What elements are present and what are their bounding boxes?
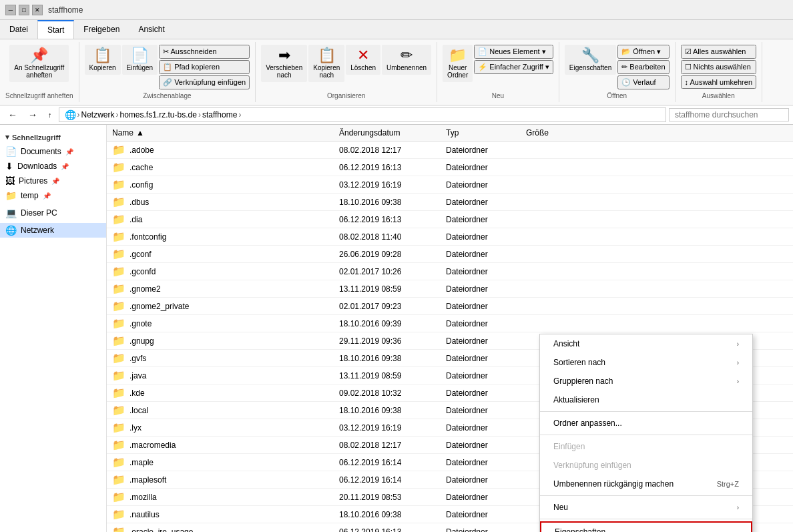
edit-button[interactable]: ✏ Bearbeiten — [617, 60, 669, 74]
file-row[interactable]: 📁 .gconfd 02.01.2017 10:26 Dateiordner — [107, 263, 793, 280]
file-type: Dateiordner — [441, 404, 521, 417]
file-name: .nautilus — [129, 510, 160, 519]
new-item-button[interactable]: 📄 Neues Element ▾ — [474, 45, 553, 59]
folder-icon: 📁 — [112, 491, 125, 503]
tab-freigeben[interactable]: Freigeben — [74, 20, 129, 39]
back-button[interactable]: ← — [4, 107, 21, 122]
file-row[interactable]: 📁 .gnome2 13.11.2019 08:59 Dateiordner — [107, 280, 793, 298]
move-to-button[interactable]: ➡ Verschiebennach — [261, 45, 307, 82]
col-header-type[interactable]: Typ — [441, 126, 521, 140]
sidebar-item-pictures[interactable]: 🖼 Pictures 📌 — [0, 174, 106, 188]
context-menu-item[interactable]: Umbenennen rückgängig machen Strg+Z — [540, 475, 752, 493]
invert-selection-button[interactable]: ↕ Auswahl umkehren — [681, 75, 757, 89]
file-row[interactable]: 📁 .config 03.12.2019 16:19 Dateiordner — [107, 176, 793, 194]
breadcrumb-network[interactable]: 🌐 — [65, 109, 76, 120]
file-row[interactable]: 📁 .gconf 26.06.2019 09:28 Dateiordner — [107, 246, 793, 263]
sidebar-item-dieser-pc[interactable]: 💻 Dieser PC — [0, 206, 106, 220]
file-row[interactable]: 📁 .gnome2_private 02.01.2017 09:23 Datei… — [107, 298, 793, 315]
file-list-header: Name ▲ Änderungsdatum Typ Größe — [107, 125, 793, 142]
copy-button[interactable]: 📋 Kopieren — [85, 45, 121, 75]
ribbon-group-clipboard: 📋 Kopieren 📄 Einfügen ✂ Ausschneiden 📋 P… — [79, 42, 256, 102]
breadcrumb-homes[interactable]: Netzwerk — [81, 110, 115, 119]
file-row[interactable]: 📁 .cache 06.12.2019 16:13 Dateiordner — [107, 159, 793, 176]
folder-icon: 📁 — [112, 178, 125, 191]
new-folder-button[interactable]: 📁 NeuerOrdner — [443, 45, 473, 82]
copy-path-button[interactable]: 📋 Pfad kopieren — [159, 60, 250, 74]
context-menu-item[interactable]: Eigenschaften — [540, 521, 752, 532]
col-header-size[interactable]: Größe — [521, 126, 587, 140]
file-row[interactable]: 📁 .gnote 18.10.2016 09:39 Dateiordner — [107, 315, 793, 332]
context-menu-arrow: › — [737, 359, 739, 366]
context-menu-item-label: Ordner anpassen... — [553, 419, 622, 428]
breadcrumb-staffhome[interactable]: staffhome — [202, 110, 237, 119]
cut-button[interactable]: ✂ Ausschneiden — [159, 45, 250, 59]
select-none-button[interactable]: ☐ Nichts auswählen — [681, 60, 757, 74]
file-type: Dateiordner — [441, 265, 521, 278]
file-name: .gconf — [129, 250, 152, 259]
folder-icon: 📁 — [112, 265, 125, 278]
file-date: 26.06.2019 09:28 — [334, 248, 441, 261]
folder-icon: 📁 — [112, 525, 125, 532]
properties-ribbon-button[interactable]: 🔧 Eigenschaften — [565, 45, 616, 75]
context-menu-item[interactable]: Neu › — [540, 498, 752, 517]
file-type: Dateiordner — [441, 473, 521, 487]
sidebar-quickaccess-header[interactable]: ▾ Schnellzugriff — [0, 130, 106, 144]
file-name: .dbus — [129, 198, 149, 207]
file-row[interactable]: 📁 .dbus 18.10.2016 09:38 Dateiordner — [107, 194, 793, 211]
file-row[interactable]: 📁 .fontconfig 08.02.2018 11:40 Dateiordn… — [107, 228, 793, 246]
context-menu-item-label: Neu — [553, 503, 568, 512]
forward-button[interactable]: → — [24, 107, 41, 122]
sidebar-item-temp[interactable]: 📁 temp 📌 — [0, 188, 106, 203]
delete-button[interactable]: ✕ Löschen — [346, 45, 380, 75]
file-name: .adobe — [129, 146, 154, 155]
breadcrumb[interactable]: 🌐 › Netzwerk › homes.fs1.rz.tu-bs.de › s… — [59, 107, 667, 122]
file-date: 06.12.2019 16:13 — [334, 161, 441, 174]
col-header-name[interactable]: Name ▲ — [107, 126, 334, 140]
close-icon[interactable]: ✕ — [32, 5, 43, 15]
sidebar-item-netzwerk[interactable]: 🌐 Netzwerk — [0, 223, 106, 238]
file-name: .maple — [129, 458, 154, 467]
sidebar-item-documents[interactable]: 📄 Documents 📌 — [0, 144, 106, 159]
tab-ansicht[interactable]: Ansicht — [129, 20, 174, 39]
file-row[interactable]: 📁 .adobe 08.02.2018 12:17 Dateiordner — [107, 142, 793, 159]
paste-button[interactable]: 📄 Einfügen — [122, 45, 158, 75]
sidebar-item-downloads[interactable]: ⬇ Downloads 📌 — [0, 159, 106, 174]
col-header-date[interactable]: Änderungsdatum — [334, 126, 441, 140]
file-size — [521, 200, 587, 204]
file-name: .gnote — [129, 319, 152, 328]
rename-button[interactable]: ✏ Umbenennen — [382, 45, 431, 75]
search-input[interactable] — [669, 108, 789, 121]
context-menu-item[interactable]: Gruppieren nach › — [540, 372, 752, 390]
history-button[interactable]: 🕒 Verlauf — [617, 75, 669, 89]
breadcrumb-rz[interactable]: homes.fs1.rz.tu-bs.de — [120, 110, 197, 119]
select-all-button[interactable]: ☑ Alles auswählen — [681, 45, 757, 59]
file-type: Dateiordner — [441, 282, 521, 296]
minimize-icon[interactable]: ─ — [5, 5, 16, 15]
folder-icon: 📁 — [112, 213, 125, 226]
window-title: staffhome — [48, 5, 83, 15]
open-button[interactable]: 📂 Öffnen ▾ — [617, 45, 669, 59]
copy-to-button[interactable]: 📋 Kopierennach — [308, 45, 344, 82]
file-row[interactable]: 📁 .dia 06.12.2019 16:13 Dateiordner — [107, 211, 793, 228]
file-date: 06.12.2019 16:13 — [334, 213, 441, 226]
file-name: .lyx — [129, 423, 142, 433]
context-menu-item-label: Ansicht — [553, 339, 579, 348]
up-button[interactable]: ↑ — [44, 109, 56, 121]
paste-shortcut-button[interactable]: 🔗 Verknüpfung einfügen — [159, 75, 250, 89]
file-date: 18.10.2016 09:38 — [334, 404, 441, 417]
context-menu-item[interactable]: Sortieren nach › — [540, 353, 752, 372]
file-type: Dateiordner — [441, 248, 521, 261]
folder-icon: 📁 — [112, 421, 125, 434]
easy-access-button[interactable]: ⚡ Einfacher Zugriff ▾ — [474, 60, 553, 74]
tab-datei[interactable]: Datei — [0, 20, 37, 39]
pin-quickaccess-button[interactable]: 📌 An Schnellzugriffanheften — [9, 45, 69, 82]
file-date: 20.11.2019 08:53 — [334, 491, 441, 504]
context-menu-item[interactable]: Ansicht › — [540, 334, 752, 353]
tab-start[interactable]: Start — [37, 20, 74, 39]
ribbon-tabs: Datei Start Freigeben Ansicht — [0, 20, 793, 39]
context-menu-item[interactable]: Aktualisieren — [540, 390, 752, 409]
context-menu-item[interactable]: Ordner anpassen... — [540, 414, 752, 433]
file-name: .maplesoft — [129, 475, 166, 485]
file-type: Dateiordner — [441, 317, 521, 330]
maximize-icon[interactable]: □ — [19, 5, 29, 15]
